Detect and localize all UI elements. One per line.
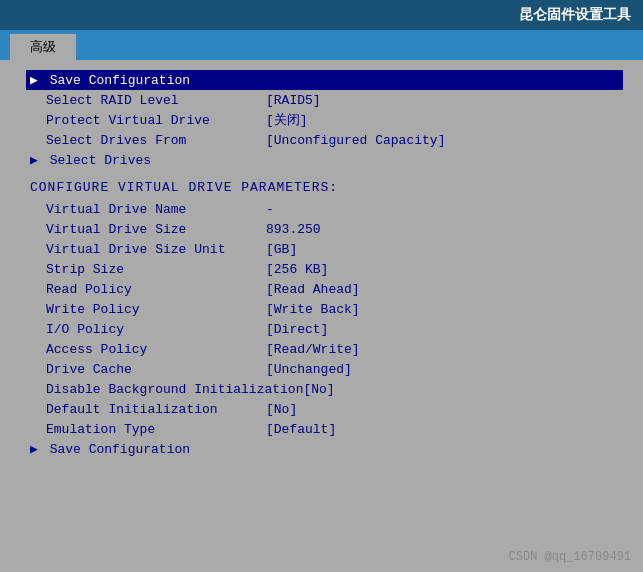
watermark: CSDN @qq_16709491	[509, 550, 631, 564]
tab-advanced[interactable]: 高级	[10, 34, 76, 60]
config-default-init[interactable]: Default Initialization [No]	[46, 399, 623, 419]
config-vd-size-unit[interactable]: Virtual Drive Size Unit [GB]	[46, 239, 623, 259]
menu-item-save-config-bottom[interactable]: ▶ Save Configuration	[30, 439, 623, 459]
config-disable-bg-init[interactable]: Disable Background Initialization [No]	[46, 379, 623, 399]
config-read-policy[interactable]: Read Policy [Read Ahead]	[46, 279, 623, 299]
menu-item-select-raid[interactable]: Select RAID Level [RAID5]	[46, 90, 623, 110]
title-bar: 昆仑固件设置工具	[0, 0, 643, 30]
main-content: ▶ Save Configuration Select RAID Level […	[0, 60, 643, 572]
config-vd-size[interactable]: Virtual Drive Size 893.250	[46, 219, 623, 239]
arrow-save-bottom: ▶	[30, 442, 38, 457]
section-header: CONFIGURE VIRTUAL DRIVE PARAMETERS:	[30, 180, 623, 195]
arrow-save-top: ▶	[30, 73, 38, 88]
menu-item-select-drives-from[interactable]: Select Drives From [Unconfigured Capacit…	[46, 130, 623, 150]
config-emulation-type[interactable]: Emulation Type [Default]	[46, 419, 623, 439]
menu-item-protect-vd[interactable]: Protect Virtual Drive [关闭]	[46, 110, 623, 130]
config-write-policy[interactable]: Write Policy [Write Back]	[46, 299, 623, 319]
menu-item-save-config-top[interactable]: ▶ Save Configuration	[26, 70, 623, 90]
config-access-policy[interactable]: Access Policy [Read/Write]	[46, 339, 623, 359]
menu-item-select-drives[interactable]: ▶ Select Drives	[30, 150, 623, 170]
arrow-select-drives: ▶	[30, 153, 38, 168]
config-vd-name[interactable]: Virtual Drive Name -	[46, 199, 623, 219]
config-strip-size[interactable]: Strip Size [256 KB]	[46, 259, 623, 279]
tab-bar: 高级	[0, 30, 643, 60]
config-io-policy[interactable]: I/O Policy [Direct]	[46, 319, 623, 339]
config-drive-cache[interactable]: Drive Cache [Unchanged]	[46, 359, 623, 379]
title-text: 昆仑固件设置工具	[519, 7, 631, 23]
